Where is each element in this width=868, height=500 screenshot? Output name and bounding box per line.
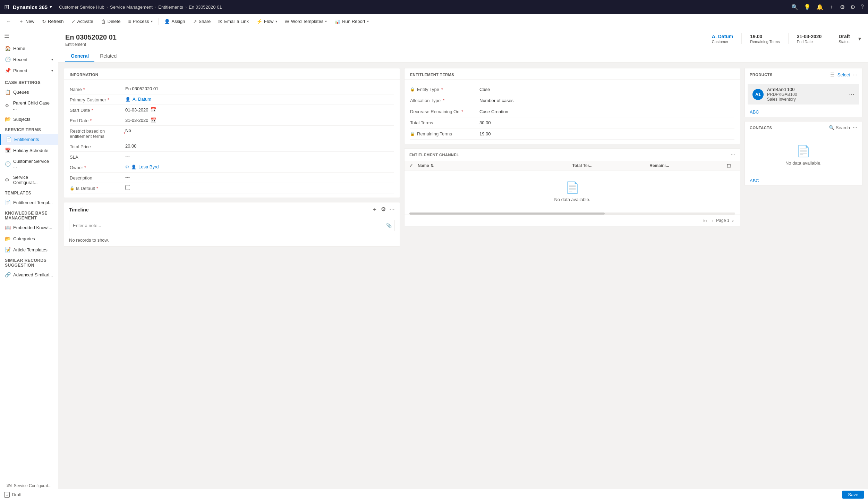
refresh-button[interactable]: ↻ Refresh [39,17,67,26]
field-primary-customer-label: Primary Customer * [70,97,125,102]
attach-icon[interactable]: 📎 [383,220,394,231]
app-chevron-icon[interactable]: ▼ [49,5,53,9]
ec-total-col: Total Ter... [572,163,650,168]
field-name-value[interactable]: En 03052020 01 [125,86,394,91]
sidebar-item-service-config[interactable]: ⚙ Service Configurat... [0,172,58,188]
subjects-icon: 📂 [5,116,10,122]
field-restrict-value[interactable]: No [125,128,394,133]
timeline-add-icon[interactable]: ＋ [372,206,377,213]
sidebar-item-holiday-schedule[interactable]: 📅 Holiday Schedule [0,145,58,156]
record-title-row: En 03052020 01 Entitlement A. Datum Cust… [65,33,861,47]
contacts-more-icon[interactable]: ⋯ [853,125,857,130]
run-report-button[interactable]: 📊 Run Report ▾ [331,17,372,26]
settings-icon[interactable]: ⚙ [850,4,855,10]
lightbulb-icon[interactable]: 💡 [804,4,811,10]
field-owner-value[interactable]: ⚙ 👤 Lesa Byrd [125,164,394,169]
contacts-abc-link[interactable]: ABC [745,176,862,185]
is-default-checkbox[interactable] [125,185,130,190]
page-prev-button[interactable]: ‹ [710,217,715,224]
page-next-button[interactable]: › [731,217,735,224]
product-name[interactable]: ArmBand 100 [767,87,849,92]
timeline-text-input[interactable] [69,220,383,231]
categories-icon: 📂 [5,236,10,241]
delete-button[interactable]: 🗑 Delete [97,17,124,26]
page-first-button[interactable]: ⏮ [701,217,709,224]
field-primary-customer-value[interactable]: 👤 A. Datum [125,97,394,102]
lock-icon-1: 🔒 [410,87,415,92]
flow-button[interactable]: ⚡ Flow ▾ [253,17,280,26]
breadcrumb-service[interactable]: Service Management [110,5,153,10]
breadcrumb-record[interactable]: En 03052020 01 [189,5,222,10]
back-button[interactable]: ← [3,17,15,26]
tab-related[interactable]: Related [94,50,122,62]
bell-icon[interactable]: 🔔 [816,4,823,10]
sidebar-bottom[interactable]: SM Service Configurat... [0,482,58,489]
assign-button[interactable]: 👤 Assign [161,17,189,26]
new-button[interactable]: ＋ New [15,16,38,27]
sidebar-item-queues[interactable]: 📋 Queues [0,86,58,98]
end-date-calendar-icon[interactable]: 📅 [151,117,156,123]
breadcrumb-entitlements[interactable]: Entitlements [158,5,183,10]
ec-col-more-icon[interactable]: ⬚ [727,163,731,168]
sidebar-item-customer-service[interactable]: 🕐 Customer Service ... [0,156,58,172]
sidebar-item-subjects[interactable]: 📂 Subjects [0,114,58,125]
product-more-icon[interactable]: ⋯ [849,91,854,98]
page-indicator: Page 1 [716,218,729,223]
et-decrease-remaining-value[interactable]: Case Creation [479,109,734,114]
sidebar-item-embedded-knowl[interactable]: 📖 Embedded Knowl... [0,222,58,233]
ec-more-icon[interactable]: ⋯ [731,152,735,157]
sidebar-item-pinned[interactable]: 📌 Pinned ▾ [0,65,58,76]
products-abc-link[interactable]: ABC [745,107,862,117]
sidebar-item-parent-child[interactable]: ⚙ Parent Child Case ... [0,98,58,114]
contacts-search-button[interactable]: 🔍 Search [829,125,850,130]
products-select-button[interactable]: Select [837,72,850,77]
share-button[interactable]: ↗ Share [189,17,214,26]
sidebar-toggle[interactable]: ☰ [0,29,58,43]
timeline-actions: ＋ ⚙ ⋯ [372,206,395,213]
et-total-terms-value[interactable]: 30.00 [479,120,734,125]
timeline-more-icon[interactable]: ⋯ [389,206,395,213]
plus-icon[interactable]: ＋ [829,3,834,11]
help-icon[interactable]: ? [861,4,864,10]
waffle-icon[interactable]: ⊞ [4,3,9,11]
field-total-price-value[interactable]: 20.00 [125,143,394,149]
ec-scrollbar[interactable] [409,212,735,215]
ec-name-col[interactable]: Name ⇅ [418,163,572,168]
ec-sort-icon[interactable]: ⇅ [431,164,434,168]
tab-general[interactable]: General [65,50,94,62]
et-total-terms: Total Terms 30.00 [410,117,734,128]
sidebar-item-advanced-similar[interactable]: 🔗 Advanced Similari... [0,269,58,280]
parent-child-icon: ⚙ [5,103,10,108]
products-more-icon[interactable]: ⋯ [853,72,857,77]
meta-expand-icon[interactable]: ▾ [858,35,861,42]
embedded-knowl-icon: 📖 [5,225,10,230]
app-name[interactable]: Dynamics 365 ▼ [13,4,53,10]
sidebar-item-entitlements[interactable]: 📄 Entitlements [0,134,58,145]
process-button[interactable]: ≡ Process ▾ [125,17,156,26]
timeline-filter-icon[interactable]: ⚙ [381,206,386,213]
activate-button[interactable]: ✓ Activate [68,17,97,26]
search-icon[interactable]: 🔍 [791,4,798,10]
save-button[interactable]: Save [842,491,864,499]
meta-customer-value[interactable]: A. Datum [712,34,733,39]
breadcrumb-hub[interactable]: Customer Service Hub [59,5,104,10]
et-allocation-type-value[interactable]: Number of cases [479,98,734,103]
sidebar-item-home[interactable]: 🏠 Home [0,43,58,54]
word-templates-button[interactable]: W Word Templates ▾ [281,17,331,26]
queues-icon: 📋 [5,89,10,95]
field-description-value[interactable]: --- [125,175,394,180]
sidebar-username: Service Configurat... [14,483,52,488]
left-column: INFORMATION Name * En 03052020 01 Primar… [64,68,400,247]
sidebar-item-article-templates[interactable]: 📝 Article Templates [0,244,58,255]
field-description-label: Description [70,175,125,181]
et-entity-type-value[interactable]: Case [479,87,734,92]
assign-icon: 👤 [164,19,170,24]
meta-enddate-label: End Date [797,40,813,44]
email-link-button[interactable]: ✉ Email a Link [215,17,252,26]
sidebar-item-recent[interactable]: 🕐 Recent ▾ [0,54,58,65]
field-sla-value[interactable]: --- [125,154,394,159]
sidebar-item-categories[interactable]: 📂 Categories [0,233,58,244]
filter-icon[interactable]: ⚙ [840,4,845,10]
start-date-calendar-icon[interactable]: 📅 [151,107,156,112]
sidebar-item-entitlement-templ[interactable]: 📄 Entitlement Templ... [0,197,58,208]
